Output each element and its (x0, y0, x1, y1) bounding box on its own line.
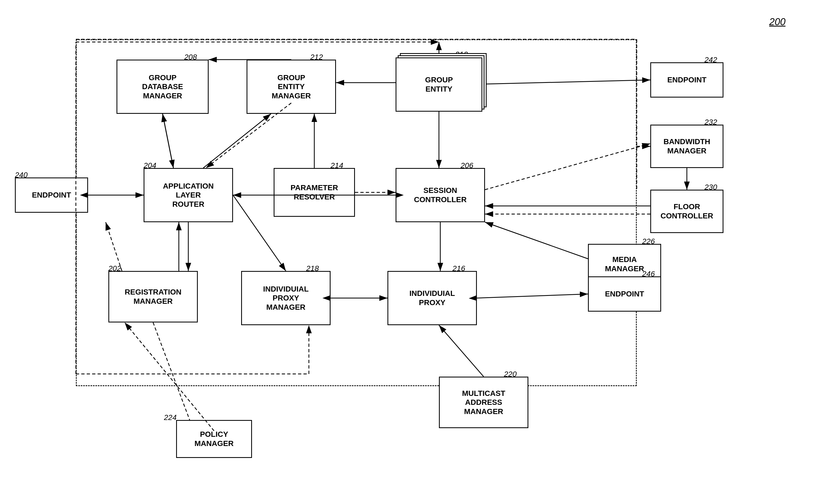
application-layer-router-box: APPLICATIONLAYERROUTER (144, 168, 233, 222)
registration-manager-box: REGISTRATIONMANAGER (108, 271, 198, 322)
diagram-title: 200 (769, 16, 785, 28)
endpoint-mid-right-box: ENDPOINT (588, 276, 661, 312)
multicast-address-manager-box: MULTICASTADDRESSMANAGER (439, 377, 528, 428)
policy-manager-box: POLICYMANAGER (176, 420, 252, 458)
group-entity-manager-ref: 212 (310, 53, 323, 62)
media-manager-ref: 226 (642, 237, 655, 246)
floor-controller-ref: 230 (704, 183, 717, 192)
multicast-address-manager-ref: 220 (504, 370, 517, 379)
policy-manager-ref: 224 (164, 413, 177, 422)
floor-controller-box: FLOORCONTROLLER (650, 190, 723, 233)
endpoint-top-right-box: ENDPOINT (650, 62, 723, 98)
registration-manager-ref: 202 (108, 264, 121, 273)
individual-proxy-ref: 216 (452, 264, 465, 273)
bandwidth-manager-box: BANDWIDTHMANAGER (650, 125, 723, 168)
diagram-container: 200 GROUPDATABASEMANAGER 208 GROUPENTITY… (0, 0, 818, 504)
session-controller-ref: 206 (461, 161, 473, 170)
individual-proxy-manager-ref: 218 (306, 264, 319, 273)
endpoint-left-box: ENDPOINT (15, 177, 88, 213)
group-database-manager-box: GROUPDATABASEMANAGER (117, 60, 209, 114)
endpoint-left-ref: 240 (15, 171, 28, 179)
endpoint-top-right-ref: 242 (704, 56, 717, 64)
individual-proxy-manager-box: INDIVIDUIALPROXYMANAGER (241, 271, 331, 325)
group-db-ref: 208 (184, 53, 197, 62)
application-layer-router-ref: 204 (144, 161, 156, 170)
parameter-resolver-ref: 214 (331, 161, 343, 170)
parameter-resolver-box: PARAMETERRESOLVER (274, 168, 355, 217)
endpoint-mid-right-ref: 246 (642, 270, 655, 278)
group-entity-manager-box: GROUPENTITYMANAGER (247, 60, 336, 114)
individual-proxy-box: INDIVIDUIALPROXY (387, 271, 477, 325)
bandwidth-manager-ref: 232 (704, 118, 717, 127)
session-controller-box: SESSIONCONTROLLER (396, 168, 485, 222)
group-entity-box: GROUPENTITY (396, 57, 482, 112)
